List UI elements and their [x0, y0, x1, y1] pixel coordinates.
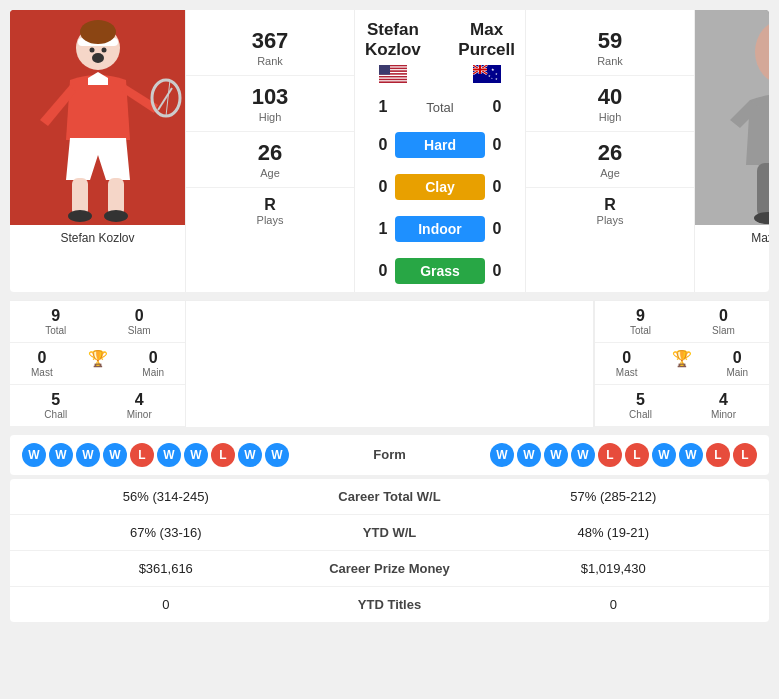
right-high-block: 40 High: [526, 76, 694, 132]
indoor-left-score: 1: [371, 220, 395, 238]
form-badge-l: L: [706, 443, 730, 467]
svg-text:★: ★: [495, 77, 498, 81]
svg-point-11: [92, 53, 104, 63]
svg-rect-21: [379, 74, 407, 75]
left-chall-minor-row: 5 Chall 4 Minor: [10, 385, 185, 427]
right-player-photo-col: Max Purcell: [695, 10, 769, 292]
left-total-stat: 9 Total: [14, 307, 98, 336]
clay-right-score: 0: [485, 178, 509, 196]
stats-mid-2: Career Prize Money: [310, 561, 470, 576]
svg-text:★: ★: [495, 72, 498, 76]
left-player-name: Stefan Kozlov: [10, 225, 185, 251]
stats-left-0: 56% (314-245): [22, 489, 310, 504]
svg-rect-27: [379, 65, 390, 75]
right-plays-value: R: [530, 196, 690, 214]
left-mast-main-row: 0 Mast 🏆 0 Main: [10, 343, 185, 385]
form-badge-w: W: [652, 443, 676, 467]
stats-mid-3: YTD Titles: [310, 597, 470, 612]
clay-row: 0 Clay 0: [355, 166, 525, 208]
form-badge-w: W: [490, 443, 514, 467]
stats-row-2: $361,616Career Prize Money$1,019,430: [10, 551, 769, 587]
stats-right-1: 48% (19-21): [470, 525, 758, 540]
right-chall-stat: 5 Chall: [599, 391, 682, 420]
svg-rect-25: [379, 80, 407, 81]
svg-rect-22: [379, 76, 407, 77]
total-row: 1 Total 0: [355, 91, 525, 124]
left-plays-value: R: [190, 196, 350, 214]
clay-left-score: 0: [371, 178, 395, 196]
grass-right-score: 0: [485, 262, 509, 280]
hard-right-score: 0: [485, 136, 509, 154]
right-form-badges: WWWWLLWWLL: [490, 443, 757, 467]
left-high-value: 103: [190, 84, 350, 110]
left-age-block: 26 Age: [186, 132, 354, 188]
left-age-value: 26: [190, 140, 350, 166]
stats-mid-1: YTD W/L: [310, 525, 470, 540]
right-rank-label: Rank: [530, 55, 690, 67]
grass-row: 0 Grass 0: [355, 250, 525, 292]
right-high-label: High: [530, 111, 690, 123]
stats-right-2: $1,019,430: [470, 561, 758, 576]
left-plays-block: R Plays: [186, 188, 354, 230]
player-comparison: Stefan Kozlov 367 Rank 103 High 26 Age R…: [10, 10, 769, 292]
middle-sub-spacer: [185, 301, 594, 427]
total-label: Total: [395, 95, 485, 120]
left-rank-value: 367: [190, 28, 350, 54]
main-container: Stefan Kozlov 367 Rank 103 High 26 Age R…: [0, 0, 779, 632]
right-flag: ★ ★ ★ ★ ★: [458, 65, 515, 83]
form-badge-l: L: [625, 443, 649, 467]
total-right-score: 0: [485, 98, 509, 116]
stats-table: 56% (314-245)Career Total W/L57% (285-21…: [10, 479, 769, 622]
right-age-block: 26 Age: [526, 132, 694, 188]
svg-rect-45: [757, 163, 769, 218]
svg-rect-23: [379, 77, 407, 78]
svg-rect-24: [379, 79, 407, 80]
indoor-right-score: 0: [485, 220, 509, 238]
left-stats-panel: 367 Rank 103 High 26 Age R Plays: [185, 10, 355, 292]
right-chall-minor-row: 5 Chall 4 Minor: [595, 385, 769, 427]
left-rank-block: 367 Rank: [186, 20, 354, 76]
svg-rect-37: [473, 68, 487, 70]
right-main-stat: 0 Main: [710, 349, 765, 378]
form-badge-w: W: [49, 443, 73, 467]
left-player-image: [10, 10, 185, 225]
right-stats-panel: 59 Rank 40 High 26 Age R Plays: [525, 10, 695, 292]
indoor-row: 1 Indoor 0: [355, 208, 525, 250]
right-player-name-header: Max Purcell: [458, 20, 515, 61]
right-trophy-icon: 🏆: [654, 349, 709, 378]
right-age-value: 26: [530, 140, 690, 166]
svg-point-3: [80, 20, 116, 44]
form-badge-w: W: [157, 443, 181, 467]
left-trophy-icon: 🏆: [70, 349, 126, 378]
left-minor-stat: 4 Minor: [98, 391, 182, 420]
form-badge-w: W: [517, 443, 541, 467]
form-badge-w: W: [103, 443, 127, 467]
right-age-label: Age: [530, 167, 690, 179]
stats-right-0: 57% (285-212): [470, 489, 758, 504]
right-total-stat: 9 Total: [599, 307, 682, 336]
left-sub-stats: 9 Total 0 Slam 0 Mast 🏆 0 Main: [10, 301, 185, 427]
form-badge-w: W: [544, 443, 568, 467]
right-player-name: Max Purcell: [695, 225, 769, 251]
right-mast-main-row: 0 Mast 🏆 0 Main: [595, 343, 769, 385]
grass-label: Grass: [395, 258, 485, 284]
form-section: WWWWLWWLWW Form WWWWLLWWLL: [10, 435, 769, 475]
stats-row-0: 56% (314-245)Career Total W/L57% (285-21…: [10, 479, 769, 515]
svg-point-12: [90, 48, 95, 53]
left-mast-stat: 0 Mast: [14, 349, 70, 378]
stats-right-3: 0: [470, 597, 758, 612]
left-flag: [365, 65, 421, 83]
left-main-stat: 0 Main: [125, 349, 181, 378]
form-badge-l: L: [598, 443, 622, 467]
svg-rect-26: [379, 81, 407, 82]
svg-point-9: [68, 210, 92, 222]
stats-row-3: 0YTD Titles0: [10, 587, 769, 622]
stats-left-1: 67% (33-16): [22, 525, 310, 540]
right-rank-block: 59 Rank: [526, 20, 694, 76]
right-player-image: [695, 10, 769, 225]
left-plays-label: Plays: [190, 214, 350, 226]
left-slam-stat: 0 Slam: [98, 307, 182, 336]
left-form-badges: WWWWLWWLWW: [22, 443, 289, 467]
left-age-label: Age: [190, 167, 350, 179]
left-rank-label: Rank: [190, 55, 350, 67]
